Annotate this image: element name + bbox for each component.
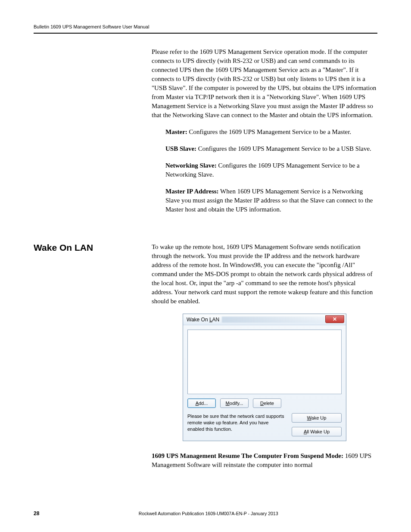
modify-button[interactable]: Modify... [220,398,249,408]
modify-accel: M [226,401,230,406]
close-icon: ✕ [333,316,337,322]
def-netslave-term: Networking Slave: [165,162,217,169]
delete-accel: D [260,401,264,406]
page-number: 28 [34,510,39,516]
running-header: Bulletin 1609 UPS Management Software Us… [34,24,377,29]
publication-footer: Rockwell Automation Publication 1609-UM0… [39,511,377,516]
def-master-term: Master: [165,128,187,135]
def-masterip: Master IP Address: When 1609 UPS Managem… [165,187,377,214]
def-usbslave-text: Configures the 1609 UPS Management Servi… [196,145,371,152]
all-wake-up-button[interactable]: All Wake Up [292,427,342,436]
def-usbslave-term: USB Slave: [165,145,196,152]
wake-on-lan-heading: Wake On LAN [34,243,141,253]
def-netslave: Networking Slave: Configures the 1609 UP… [165,161,377,179]
wake-on-lan-dialog: Wake On LAN ✕ Add... [183,314,346,441]
host-listbox[interactable] [187,330,342,394]
intro-paragraph: Please refer to the 1609 UPS Management … [152,47,377,120]
wol-paragraph: To wake up the remote host, 1609 UPS Man… [152,243,377,306]
add-button[interactable]: Add... [187,398,216,408]
header-rule [34,33,377,34]
titlebar-blur [222,317,325,323]
dialog-title: Wake On LAN [187,317,219,323]
wakeup-suffix: ake Up [311,415,327,420]
dialog-title-suffix: AN [212,317,220,323]
def-usbslave: USB Slave: Configures the 1609 UPS Manag… [165,144,377,153]
resume-term: 1609 UPS Management Resume The Computer … [152,452,343,459]
wake-up-button[interactable]: Wake Up [292,413,342,423]
wakeup-accel: W [307,415,311,420]
dialog-note: Please be sure that the network card sup… [187,413,286,432]
def-master-text: Configures the 1609 UPS Management Servi… [187,128,351,135]
dialog-title-prefix: Wake On [187,317,209,323]
resume-paragraph: 1609 UPS Management Resume The Computer … [152,451,377,470]
close-button[interactable]: ✕ [325,315,344,323]
add-accel: A [196,401,199,406]
allwakeup-suffix: ll Wake Up [307,429,330,434]
delete-button[interactable]: Delete [253,398,281,408]
modify-suffix: odify... [230,401,243,406]
def-masterip-term: Master IP Address: [165,188,219,195]
dialog-titlebar[interactable]: Wake On LAN ✕ [183,314,346,325]
dialog-title-accel: L [209,317,212,323]
def-master: Master: Configures the 1609 UPS Manageme… [165,128,377,137]
delete-suffix: elete [264,401,274,406]
add-suffix: dd... [199,401,208,406]
